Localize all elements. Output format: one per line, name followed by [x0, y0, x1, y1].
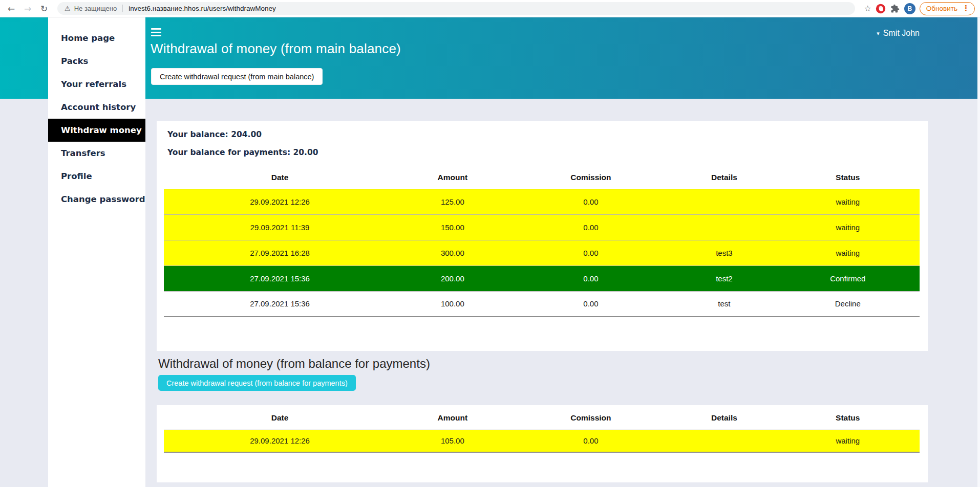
table-cell: 27.09.2021 15:36 — [164, 265, 396, 291]
page-title: Withdrawal of money (from main balance) — [151, 41, 401, 57]
table-cell: 100.00 — [396, 291, 509, 317]
column-header-amount: Amount — [396, 406, 509, 430]
adblock-hand-icon[interactable] — [876, 4, 886, 14]
table-cell: test3 — [672, 240, 776, 265]
column-header-details: Details — [672, 406, 776, 430]
table-cell: 0.00 — [509, 430, 673, 452]
table-cell: 29.09.2021 12:26 — [164, 430, 396, 452]
table-row[interactable]: 27.09.2021 15:36100.000.00testDecline — [164, 291, 920, 317]
browser-menu-kebab-icon[interactable]: ⋮ — [961, 5, 971, 12]
table-row[interactable]: 27.09.2021 16:28300.000.00test3waiting — [164, 240, 920, 265]
table-row[interactable]: 29.09.2021 12:26105.000.00waiting — [164, 430, 920, 452]
column-header-status: Status — [776, 166, 920, 189]
browser-profile-avatar[interactable]: B — [904, 3, 915, 14]
column-header-comission: Comission — [509, 166, 673, 189]
column-header-date: Date — [164, 406, 396, 430]
table-cell: 105.00 — [396, 430, 509, 452]
table-header-row: DateAmountComissionDetailsStatus — [164, 406, 920, 430]
sidebar-item-change-password[interactable]: Change password — [48, 188, 145, 211]
update-button[interactable]: Обновить ⋮ — [920, 2, 975, 15]
create-withdrawal-main-button[interactable]: Create withdrawal request (from main bal… — [151, 68, 323, 85]
table-cell: Confirmed — [776, 265, 920, 291]
table-cell: 300.00 — [396, 240, 509, 265]
table-cell: waiting — [776, 430, 920, 452]
table-cell — [672, 189, 776, 214]
table-cell: Decline — [776, 291, 920, 317]
table-row[interactable]: 29.09.2021 12:26125.000.00waiting — [164, 189, 920, 214]
table-cell: 29.09.2021 11:39 — [164, 214, 396, 240]
column-header-amount: Amount — [396, 166, 509, 189]
table-cell: 150.00 — [396, 214, 509, 240]
table-cell: 27.09.2021 16:28 — [164, 240, 396, 265]
balance-payments-text: Your balance for payments: 20.00 — [167, 147, 928, 158]
sidebar-item-account-history[interactable]: Account history — [48, 96, 145, 119]
scrollbar[interactable] — [977, 17, 980, 487]
bookmark-star-icon[interactable]: ☆ — [864, 4, 871, 13]
column-header-details: Details — [672, 166, 776, 189]
update-button-label: Обновить — [926, 5, 957, 12]
extensions-puzzle-icon[interactable] — [890, 4, 900, 14]
sidebar-item-profile[interactable]: Profile — [48, 165, 145, 188]
reload-icon[interactable]: ↻ — [38, 3, 50, 15]
table-cell: 0.00 — [509, 265, 673, 291]
table-cell: 0.00 — [509, 240, 673, 265]
back-icon[interactable]: ← — [5, 3, 17, 15]
withdrawals-table-payments: DateAmountComissionDetailsStatus 29.09.2… — [164, 406, 920, 453]
user-name: Smit John — [883, 29, 920, 38]
sidebar-item-transfers[interactable]: Transfers — [48, 142, 145, 165]
column-header-comission: Comission — [509, 406, 673, 430]
divider — [122, 5, 123, 12]
payments-balance-card: DateAmountComissionDetailsStatus 29.09.2… — [157, 405, 928, 482]
table-row[interactable]: 27.09.2021 15:36200.000.00test2Confirmed — [164, 265, 920, 291]
hamburger-menu-icon[interactable] — [151, 28, 161, 36]
table-cell: 27.09.2021 15:36 — [164, 291, 396, 317]
section-title-payments: Withdrawal of money (from balance for pa… — [158, 357, 430, 371]
url-text[interactable]: invest6.название.hhos.ru/users/withdrawM… — [129, 5, 276, 12]
browser-toolbar: ← → ↻ ⚠ Не защищено invest6.название.hho… — [0, 0, 980, 17]
address-bar[interactable]: ⚠ Не защищено invest6.название.hhos.ru/u… — [57, 2, 855, 15]
not-secure-warning-icon[interactable]: ⚠ — [65, 5, 71, 12]
page-header: Withdrawal of money (from main balance) … — [0, 17, 980, 99]
withdrawals-table-main: DateAmountComissionDetailsStatus 29.09.2… — [164, 166, 920, 317]
table-cell: test — [672, 291, 776, 317]
table-cell: waiting — [776, 189, 920, 214]
table-header-row: DateAmountComissionDetailsStatus — [164, 166, 920, 189]
sidebar-item-home-page[interactable]: Home page — [48, 27, 145, 50]
table-cell: waiting — [776, 214, 920, 240]
sidebar-item-your-referrals[interactable]: Your referrals — [48, 73, 145, 96]
table-row[interactable]: 29.09.2021 11:39150.000.00waiting — [164, 214, 920, 240]
app-background: Withdrawal of money (from main balance) … — [0, 17, 980, 487]
create-withdrawal-payments-button[interactable]: Create withdrawal request (from balance … — [158, 375, 356, 391]
table-cell: 200.00 — [396, 265, 509, 291]
user-menu[interactable]: ▾ Smit John — [877, 29, 920, 38]
sidebar: Home pagePacksYour referralsAccount hist… — [48, 17, 145, 487]
chevron-down-icon: ▾ — [877, 30, 880, 37]
main-balance-card: Your balance: 204.00 Your balance for pa… — [157, 121, 928, 351]
security-label: Не защищено — [74, 5, 117, 12]
column-header-date: Date — [164, 166, 396, 189]
sidebar-item-packs[interactable]: Packs — [48, 50, 145, 73]
table-cell — [672, 430, 776, 452]
table-cell: test2 — [672, 265, 776, 291]
sidebar-item-withdraw-money[interactable]: Withdraw money — [48, 119, 145, 142]
column-header-status: Status — [776, 406, 920, 430]
table-cell: waiting — [776, 240, 920, 265]
table-cell — [672, 214, 776, 240]
table-cell: 0.00 — [509, 291, 673, 317]
table-cell: 0.00 — [509, 189, 673, 214]
forward-icon[interactable]: → — [22, 3, 34, 15]
balance-text: Your balance: 204.00 — [167, 129, 928, 140]
table-cell: 0.00 — [509, 214, 673, 240]
table-cell: 125.00 — [396, 189, 509, 214]
table-cell: 29.09.2021 12:26 — [164, 189, 396, 214]
